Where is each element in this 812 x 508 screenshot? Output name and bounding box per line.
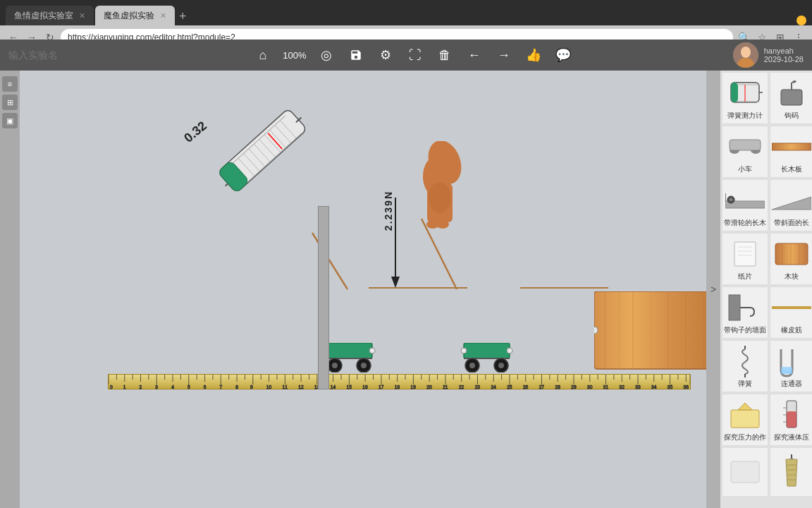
component-liquid-pressure[interactable]: 探究液体压 xyxy=(770,394,812,446)
svg-text:14: 14 xyxy=(331,385,336,389)
svg-text:28: 28 xyxy=(555,385,560,389)
component-paper[interactable]: 纸片 xyxy=(722,233,768,285)
tab-1-label: 鱼情虚拟实验室 xyxy=(14,10,73,22)
svg-text:23: 23 xyxy=(475,385,481,389)
tab-1[interactable]: 鱼情虚拟实验室 ✕ xyxy=(6,6,94,25)
extra-1-icon xyxy=(725,456,765,488)
panel-toggle-label: > xyxy=(710,284,716,295)
component-extra-1[interactable] xyxy=(722,447,768,497)
component-hook-weight[interactable]: 钩码 xyxy=(770,72,812,124)
svg-text:25: 25 xyxy=(507,385,512,389)
svg-text:26: 26 xyxy=(523,385,529,389)
svg-text:9: 9 xyxy=(250,385,253,389)
svg-text:2: 2 xyxy=(140,385,142,389)
svg-text:8: 8 xyxy=(235,385,238,389)
svg-text:24: 24 xyxy=(491,385,496,389)
hand xyxy=(406,141,469,236)
comment-button[interactable]: 💬 xyxy=(553,44,574,66)
canvas-area[interactable]: 0.32 xyxy=(20,71,706,508)
svg-text:36: 36 xyxy=(684,385,689,389)
new-tab-button[interactable]: + xyxy=(179,9,187,24)
component-extra-2[interactable] xyxy=(770,447,812,497)
angle-label: 0.32 xyxy=(181,119,209,146)
toolbar-right: hanyeah 2029-10-28 xyxy=(733,42,804,68)
svg-text:3: 3 xyxy=(155,385,158,389)
svg-point-35 xyxy=(332,363,338,368)
svg-text:20: 20 xyxy=(426,385,432,389)
incline-board-icon xyxy=(772,184,811,217)
small-cart-icon xyxy=(725,131,765,163)
svg-point-47 xyxy=(507,348,512,353)
svg-rect-178 xyxy=(730,140,761,150)
liquid-pressure-icon xyxy=(772,399,811,431)
panel-toggle-button[interactable]: > xyxy=(706,71,720,508)
svg-rect-199 xyxy=(731,410,759,428)
svg-text:18: 18 xyxy=(395,385,400,389)
spring-label: 弹簧 xyxy=(738,379,752,389)
minimize-button[interactable] xyxy=(796,16,806,25)
svg-text:10: 10 xyxy=(266,385,272,389)
left-btn-3[interactable]: ▣ xyxy=(2,113,18,128)
spring-scale[interactable] xyxy=(213,103,315,200)
paper-icon xyxy=(725,238,765,270)
home-button[interactable]: ⌂ xyxy=(252,44,273,66)
component-small-cart[interactable]: 小车 xyxy=(722,126,768,178)
connector-icon xyxy=(772,345,811,377)
tab-1-close[interactable]: ✕ xyxy=(79,11,85,20)
target-button[interactable]: ◎ xyxy=(316,44,337,66)
svg-text:5: 5 xyxy=(187,385,190,389)
svg-text:7: 7 xyxy=(219,385,222,389)
svg-text:1: 1 xyxy=(123,385,126,389)
spring-scale-icon xyxy=(725,77,765,109)
component-connector[interactable]: 连通器 xyxy=(770,340,812,392)
component-hook-wall[interactable]: 带钩子的墙面 xyxy=(722,286,768,339)
svg-text:6: 6 xyxy=(204,385,207,389)
cart-1[interactable] xyxy=(323,343,376,375)
svg-point-1 xyxy=(741,47,751,58)
svg-point-30 xyxy=(436,220,449,229)
svg-marker-200 xyxy=(738,403,752,410)
component-pulley-board[interactable]: 带滑轮的长木 xyxy=(722,179,768,231)
left-btn-1[interactable]: ≡ xyxy=(2,76,18,92)
svg-text:27: 27 xyxy=(539,385,545,389)
hook-weight-label: 钩码 xyxy=(785,111,799,121)
wood-block-label: 木块 xyxy=(785,272,799,282)
svg-text:15: 15 xyxy=(347,385,352,389)
save-button[interactable] xyxy=(345,44,367,66)
svg-rect-32 xyxy=(326,343,372,358)
exp-name-input[interactable] xyxy=(8,49,93,61)
redo-button[interactable]: → xyxy=(493,44,515,66)
svg-text:34: 34 xyxy=(651,385,657,389)
like-button[interactable]: 👍 xyxy=(523,44,544,66)
svg-text:0: 0 xyxy=(110,385,113,389)
component-wood-block[interactable]: 木块 xyxy=(770,233,812,285)
component-pressure-explore[interactable]: 探究压力的作 xyxy=(722,394,768,446)
component-long-board[interactable]: 长木板 xyxy=(770,126,812,178)
tab-2-close[interactable]: ✕ xyxy=(160,11,166,20)
long-board-label: 长木板 xyxy=(781,164,802,174)
svg-text:12: 12 xyxy=(298,385,304,389)
svg-line-25 xyxy=(223,183,228,188)
app: ⌂ 100% ◎ ⚙ ⛶ 🗑 ← → 👍 💬 hanyeah xyxy=(0,40,812,508)
left-btn-2[interactable]: ⊞ xyxy=(2,95,18,110)
component-rubber-band[interactable]: 橡皮筋 xyxy=(770,286,812,339)
cart-2[interactable] xyxy=(460,343,513,375)
component-spring[interactable]: 弹簧 xyxy=(722,340,768,392)
force-label: 2.239N xyxy=(383,190,394,231)
tabs-bar: 鱼情虚拟实验室 ✕ 魔鱼虚拟实验 ✕ + xyxy=(0,0,812,25)
right-panel: 弹簧测力计 钩码 xyxy=(720,71,812,508)
svg-point-31 xyxy=(429,182,451,213)
undo-button[interactable]: ← xyxy=(464,44,485,66)
component-incline-board[interactable]: 带斜面的长 xyxy=(770,179,812,231)
crop-button[interactable]: ⛶ xyxy=(405,44,426,66)
svg-text:17: 17 xyxy=(379,385,384,389)
svg-point-39 xyxy=(369,348,375,353)
component-spring-scale[interactable]: 弹簧测力计 xyxy=(722,72,768,124)
tab-2[interactable]: 魔鱼虚拟实验 ✕ xyxy=(95,6,175,25)
wood-block[interactable] xyxy=(594,291,706,375)
small-cart-label: 小车 xyxy=(738,164,752,174)
rubber-band-label: 橡皮筋 xyxy=(781,325,802,335)
settings-button[interactable]: ⚙ xyxy=(375,44,396,66)
svg-text:33: 33 xyxy=(635,385,641,389)
delete-button[interactable]: 🗑 xyxy=(434,44,455,66)
